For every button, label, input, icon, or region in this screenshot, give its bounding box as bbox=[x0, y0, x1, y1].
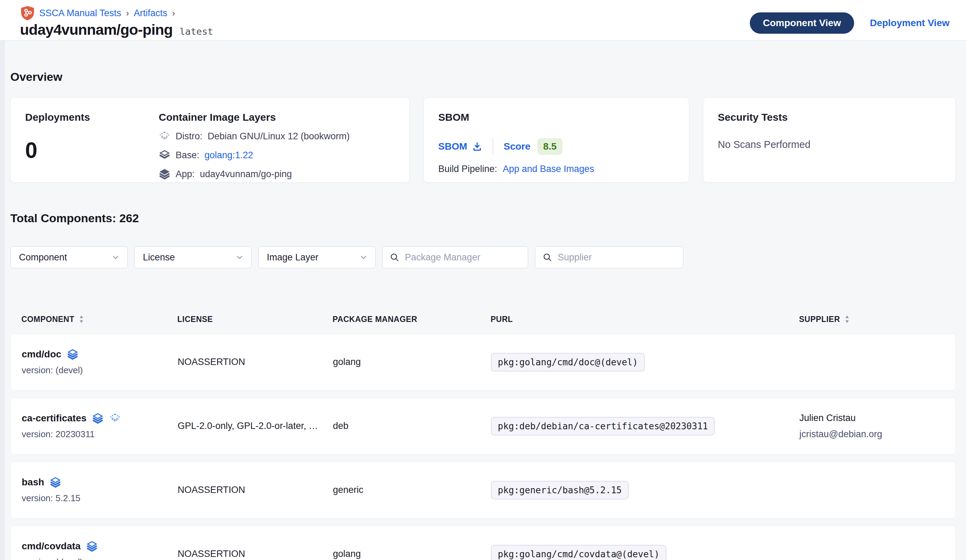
deployments-title: Deployments bbox=[25, 111, 159, 123]
page-title: uday4vunnam/go-ping bbox=[20, 21, 172, 38]
license-cell: GPL-2.0-only, GPL-2.0-or-later, M... bbox=[177, 421, 322, 431]
download-icon bbox=[472, 141, 482, 152]
table-row[interactable]: bash version: 5.2.15 NOASSERTION generic… bbox=[10, 462, 956, 518]
license-cell: NOASSERTION bbox=[177, 485, 322, 495]
artifact-tag: latest bbox=[179, 26, 213, 37]
component-version: version: (devel) bbox=[22, 557, 177, 560]
sbom-row: SBOM Score 8.5 bbox=[438, 138, 674, 155]
build-pipeline-row: Build Pipeline: App and Base Images bbox=[438, 164, 674, 174]
layer-label: Distro: bbox=[176, 131, 202, 142]
package-manager-search-input[interactable] bbox=[405, 252, 527, 263]
sbom-card: SBOM SBOM Score 8.5 Build Pipeline: App … bbox=[424, 97, 689, 183]
deployments-count: 0 bbox=[25, 138, 159, 163]
package-manager-cell: deb bbox=[333, 421, 491, 431]
supplier-searchbox bbox=[535, 246, 683, 268]
column-label: COMPONENT bbox=[21, 315, 74, 324]
component-filter-dropdown[interactable]: Component bbox=[10, 246, 128, 268]
search-icon bbox=[542, 252, 552, 262]
component-cell: bash version: 5.2.15 bbox=[22, 476, 177, 504]
supplier-cell bbox=[799, 488, 944, 493]
deployment-view-link[interactable]: Deployment View bbox=[870, 18, 950, 29]
sbom-download-label: SBOM bbox=[438, 141, 467, 152]
score-badge: 8.5 bbox=[537, 138, 562, 155]
components-table-body: cmd/doc version: (devel) NOASSERTION gol… bbox=[10, 334, 956, 560]
app-layer-badge-icon bbox=[86, 540, 98, 552]
supplier-cell: Julien Cristau jcristau@debian.org bbox=[799, 413, 944, 440]
column-label: PACKAGE MANAGER bbox=[333, 315, 417, 324]
column-header-component[interactable]: COMPONENT bbox=[21, 315, 177, 324]
package-manager-searchbox bbox=[382, 246, 528, 268]
layer-value: uday4vunnam/go-ping bbox=[200, 169, 292, 180]
sbom-score: Score 8.5 bbox=[504, 138, 562, 155]
image-layer-filter-dropdown[interactable]: Image Layer bbox=[258, 246, 376, 268]
component-version: version: (devel) bbox=[22, 365, 177, 376]
license-cell: NOASSERTION bbox=[177, 549, 322, 559]
ssca-shield-logo-icon bbox=[20, 5, 35, 21]
layer-value: Debian GNU/Linux 12 (bookworm) bbox=[208, 131, 350, 142]
table-row[interactable]: cmd/covdata version: (devel) NOASSERTION… bbox=[10, 526, 956, 560]
main-content: Overview Deployments 0 Container Image L… bbox=[0, 41, 966, 560]
chevron-down-icon bbox=[111, 252, 120, 262]
package-manager-cell: golang bbox=[333, 549, 491, 559]
component-name: cmd/doc bbox=[22, 349, 61, 360]
column-label: LICENSE bbox=[177, 315, 213, 324]
security-tests-card: Security Tests No Scans Performed bbox=[703, 97, 956, 183]
column-header-package-manager: PACKAGE MANAGER bbox=[333, 315, 491, 324]
column-header-purl: PURL bbox=[491, 315, 799, 324]
layer-label: Base: bbox=[176, 150, 199, 160]
build-pipeline-link[interactable]: App and Base Images bbox=[503, 164, 594, 174]
container-image-layers-section: Container Image Layers Distro: Debian GN… bbox=[159, 111, 350, 169]
supplier-email: jcristau@debian.org bbox=[799, 429, 944, 440]
score-label: Score bbox=[504, 141, 531, 152]
license-cell: NOASSERTION bbox=[177, 357, 322, 367]
dropdown-label: License bbox=[143, 252, 175, 263]
layer-item-app: App: uday4vunnam/go-ping bbox=[159, 168, 350, 180]
component-version: version: 5.2.15 bbox=[22, 493, 177, 504]
package-manager-cell: golang bbox=[333, 357, 491, 367]
component-name: bash bbox=[22, 477, 44, 488]
app-layer-badge-icon bbox=[92, 413, 104, 424]
supplier-name: Julien Cristau bbox=[799, 413, 944, 423]
purl-badge: pkg:deb/debian/ca-certificates@20230311 bbox=[491, 417, 715, 436]
table-row[interactable]: ca-certificates version: 20230311 GPL-2.… bbox=[10, 398, 956, 454]
column-header-supplier[interactable]: SUPPLIER bbox=[799, 315, 945, 324]
app-layer-badge-icon bbox=[49, 476, 61, 488]
security-tests-status: No Scans Performed bbox=[718, 139, 941, 150]
column-label: SUPPLIER bbox=[799, 315, 840, 324]
sort-icon bbox=[79, 315, 84, 324]
column-header-license: LICENSE bbox=[177, 315, 333, 324]
app-layer-badge-icon bbox=[67, 349, 79, 360]
collapsed-sidebar-rail bbox=[0, 41, 5, 560]
component-cell: cmd/doc version: (devel) bbox=[22, 349, 177, 376]
app-layers-icon bbox=[159, 168, 171, 180]
supplier-search-input[interactable] bbox=[558, 252, 680, 263]
breadcrumb-link-artifacts[interactable]: Artifacts bbox=[133, 8, 167, 18]
base-image-link[interactable]: golang:1.22 bbox=[204, 150, 253, 160]
search-icon bbox=[389, 252, 400, 262]
components-table-header: COMPONENT LICENSE PACKAGE MANAGER PURL S… bbox=[10, 312, 956, 326]
base-layers-icon bbox=[159, 149, 171, 161]
license-filter-dropdown[interactable]: License bbox=[134, 246, 251, 268]
distro-layers-icon bbox=[159, 130, 171, 142]
breadcrumb-separator: › bbox=[125, 8, 130, 18]
package-manager-cell: generic bbox=[333, 485, 491, 495]
component-cell: cmd/covdata version: (devel) bbox=[22, 540, 177, 560]
breadcrumb-separator: › bbox=[171, 8, 176, 18]
dropdown-label: Component bbox=[19, 252, 67, 263]
component-view-button[interactable]: Component View bbox=[750, 12, 854, 34]
overview-cards: Deployments 0 Container Image Layers Dis… bbox=[10, 97, 956, 183]
chevron-down-icon bbox=[235, 252, 245, 262]
supplier-cell bbox=[799, 359, 944, 365]
sbom-title: SBOM bbox=[438, 111, 674, 123]
deployments-section: Deployments 0 bbox=[25, 111, 159, 169]
purl-badge: pkg:golang/cmd/covdata@(devel) bbox=[491, 545, 667, 560]
layer-item-base: Base: golang:1.22 bbox=[159, 149, 350, 161]
breadcrumb-link-project[interactable]: SSCA Manual Tests bbox=[39, 8, 121, 18]
sbom-download-link[interactable]: SBOM bbox=[438, 141, 482, 152]
layer-item-distro: Distro: Debian GNU/Linux 12 (bookworm) bbox=[159, 130, 350, 142]
vertical-divider bbox=[493, 139, 493, 154]
total-components-heading: Total Components: 262 bbox=[10, 211, 956, 225]
table-row[interactable]: cmd/doc version: (devel) NOASSERTION gol… bbox=[10, 334, 956, 390]
view-toggle: Component View Deployment View bbox=[750, 12, 950, 34]
dropdown-label: Image Layer bbox=[267, 252, 319, 263]
